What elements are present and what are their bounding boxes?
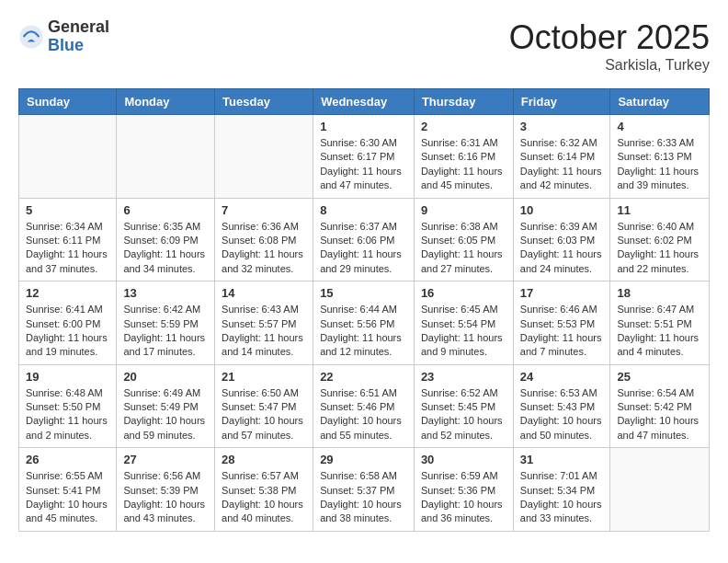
day-info: Sunrise: 6:44 AM Sunset: 5:56 PM Dayligh… [320,303,407,360]
day-number: 21 [222,370,306,384]
day-number: 25 [617,370,702,384]
calendar-cell: 7Sunrise: 6:36 AM Sunset: 6:08 PM Daylig… [215,198,313,282]
day-number: 9 [421,203,506,217]
day-info: Sunrise: 7:01 AM Sunset: 5:34 PM Dayligh… [520,469,604,526]
day-number: 27 [123,453,208,466]
week-row: 5Sunrise: 6:34 AM Sunset: 6:11 PM Daylig… [19,198,710,282]
day-number: 19 [26,370,109,384]
calendar-cell: 4Sunrise: 6:33 AM Sunset: 6:13 PM Daylig… [610,115,710,199]
day-number: 15 [320,286,407,300]
day-info: Sunrise: 6:48 AM Sunset: 5:50 PM Dayligh… [26,386,109,443]
day-info: Sunrise: 6:34 AM Sunset: 6:11 PM Dayligh… [26,220,109,277]
day-number: 18 [617,286,702,300]
day-info: Sunrise: 6:35 AM Sunset: 6:09 PM Dayligh… [123,220,208,277]
day-number: 17 [520,286,604,300]
calendar-cell: 12Sunrise: 6:41 AM Sunset: 6:00 PM Dayli… [19,282,117,365]
day-info: Sunrise: 6:43 AM Sunset: 5:57 PM Dayligh… [222,303,306,360]
day-number: 13 [123,286,208,300]
weekday-header: Saturday [610,89,710,115]
calendar-table: SundayMondayTuesdayWednesdayThursdayFrid… [18,88,710,532]
day-number: 16 [421,286,506,300]
weekday-header: Monday [117,89,215,115]
day-info: Sunrise: 6:49 AM Sunset: 5:49 PM Dayligh… [123,386,208,443]
day-info: Sunrise: 6:53 AM Sunset: 5:43 PM Dayligh… [520,386,604,443]
day-info: Sunrise: 6:45 AM Sunset: 5:54 PM Dayligh… [421,303,506,360]
day-number: 26 [26,453,109,466]
calendar-cell: 10Sunrise: 6:39 AM Sunset: 6:03 PM Dayli… [513,198,610,282]
calendar-cell: 13Sunrise: 6:42 AM Sunset: 5:59 PM Dayli… [117,282,215,365]
day-info: Sunrise: 6:39 AM Sunset: 6:03 PM Dayligh… [520,220,604,277]
calendar-cell: 26Sunrise: 6:55 AM Sunset: 5:41 PM Dayli… [19,448,117,532]
day-info: Sunrise: 6:51 AM Sunset: 5:46 PM Dayligh… [320,386,407,443]
day-info: Sunrise: 6:58 AM Sunset: 5:37 PM Dayligh… [320,469,407,526]
day-number: 31 [520,453,604,466]
day-info: Sunrise: 6:41 AM Sunset: 6:00 PM Dayligh… [26,303,109,360]
day-number: 12 [26,286,109,300]
weekday-header: Sunday [19,89,117,115]
calendar-cell: 6Sunrise: 6:35 AM Sunset: 6:09 PM Daylig… [117,198,215,282]
page-header: General Blue October 2025 Sarkisla, Turk… [18,18,710,74]
weekday-header: Wednesday [313,89,415,115]
day-info: Sunrise: 6:32 AM Sunset: 6:14 PM Dayligh… [520,136,604,193]
calendar-cell: 27Sunrise: 6:56 AM Sunset: 5:39 PM Dayli… [117,448,215,532]
calendar-cell [117,115,215,199]
day-info: Sunrise: 6:47 AM Sunset: 5:51 PM Dayligh… [617,303,702,360]
calendar-cell: 15Sunrise: 6:44 AM Sunset: 5:56 PM Dayli… [313,282,415,365]
day-number: 8 [320,203,407,217]
calendar-cell: 5Sunrise: 6:34 AM Sunset: 6:11 PM Daylig… [19,198,117,282]
day-number: 11 [617,203,702,217]
day-number: 5 [26,203,109,217]
day-number: 30 [421,453,506,466]
day-number: 28 [222,453,306,466]
calendar-cell [19,115,117,199]
day-number: 20 [123,370,208,384]
calendar-cell: 22Sunrise: 6:51 AM Sunset: 5:46 PM Dayli… [313,364,415,448]
calendar-cell: 25Sunrise: 6:54 AM Sunset: 5:42 PM Dayli… [610,364,710,448]
day-info: Sunrise: 6:37 AM Sunset: 6:06 PM Dayligh… [320,220,407,277]
day-number: 10 [520,203,604,217]
calendar-cell: 19Sunrise: 6:48 AM Sunset: 5:50 PM Dayli… [19,364,117,448]
day-number: 14 [222,286,306,300]
day-number: 7 [222,203,306,217]
week-row: 26Sunrise: 6:55 AM Sunset: 5:41 PM Dayli… [19,448,710,532]
calendar-cell: 9Sunrise: 6:38 AM Sunset: 6:05 PM Daylig… [414,198,513,282]
day-info: Sunrise: 6:31 AM Sunset: 6:16 PM Dayligh… [421,136,506,193]
calendar-cell: 18Sunrise: 6:47 AM Sunset: 5:51 PM Dayli… [610,282,710,365]
day-number: 29 [320,453,407,466]
title-area: October 2025 Sarkisla, Turkey [509,18,710,74]
day-info: Sunrise: 6:59 AM Sunset: 5:36 PM Dayligh… [421,469,506,526]
day-number: 6 [123,203,208,217]
calendar-cell: 14Sunrise: 6:43 AM Sunset: 5:57 PM Dayli… [215,282,313,365]
day-info: Sunrise: 6:40 AM Sunset: 6:02 PM Dayligh… [617,220,702,277]
week-row: 19Sunrise: 6:48 AM Sunset: 5:50 PM Dayli… [19,364,710,448]
day-info: Sunrise: 6:42 AM Sunset: 5:59 PM Dayligh… [123,303,208,360]
calendar-cell: 1Sunrise: 6:30 AM Sunset: 6:17 PM Daylig… [313,115,415,199]
calendar-cell: 24Sunrise: 6:53 AM Sunset: 5:43 PM Dayli… [513,364,610,448]
calendar-cell: 16Sunrise: 6:45 AM Sunset: 5:54 PM Dayli… [414,282,513,365]
day-info: Sunrise: 6:54 AM Sunset: 5:42 PM Dayligh… [617,386,702,443]
location-subtitle: Sarkisla, Turkey [509,57,710,74]
weekday-header: Friday [513,89,610,115]
day-info: Sunrise: 6:56 AM Sunset: 5:39 PM Dayligh… [123,469,208,526]
calendar-cell: 29Sunrise: 6:58 AM Sunset: 5:37 PM Dayli… [313,448,415,532]
calendar-cell: 21Sunrise: 6:50 AM Sunset: 5:47 PM Dayli… [215,364,313,448]
logo: General Blue [18,18,109,55]
month-title: October 2025 [509,18,710,57]
day-number: 3 [520,120,604,133]
calendar-cell: 11Sunrise: 6:40 AM Sunset: 6:02 PM Dayli… [610,198,710,282]
day-info: Sunrise: 6:46 AM Sunset: 5:53 PM Dayligh… [520,303,604,360]
day-info: Sunrise: 6:50 AM Sunset: 5:47 PM Dayligh… [222,386,306,443]
calendar-cell: 30Sunrise: 6:59 AM Sunset: 5:36 PM Dayli… [414,448,513,532]
day-info: Sunrise: 6:33 AM Sunset: 6:13 PM Dayligh… [617,136,702,193]
svg-point-0 [19,25,42,48]
day-number: 23 [421,370,506,384]
day-number: 24 [520,370,604,384]
day-info: Sunrise: 6:57 AM Sunset: 5:38 PM Dayligh… [222,469,306,526]
day-number: 4 [617,120,702,133]
calendar-cell [215,115,313,199]
week-row: 1Sunrise: 6:30 AM Sunset: 6:17 PM Daylig… [19,115,710,199]
calendar-cell: 3Sunrise: 6:32 AM Sunset: 6:14 PM Daylig… [513,115,610,199]
weekday-header-row: SundayMondayTuesdayWednesdayThursdayFrid… [19,89,710,115]
day-number: 2 [421,120,506,133]
day-info: Sunrise: 6:30 AM Sunset: 6:17 PM Dayligh… [320,136,407,193]
